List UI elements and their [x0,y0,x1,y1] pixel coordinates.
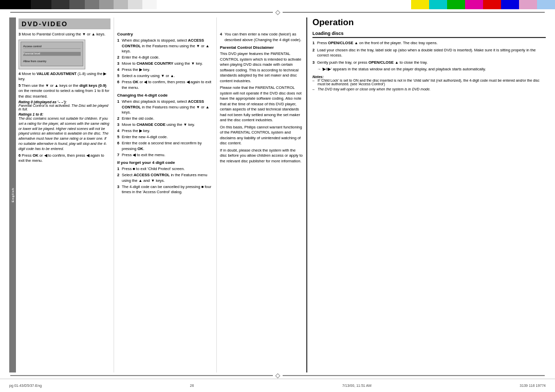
english-label: English [11,188,14,202]
top-decorative-lines [0,9,555,15]
parental-text2: Please note that the PARENTAL CONTROL sy… [220,85,303,123]
column-3: 4 You can then enter a new code (twice!)… [216,17,306,372]
column-1: DVD-VIDEO 3 Move to Parental Control usi… [18,17,114,372]
footer-left: pg 01-43/D5/37-Eng [9,384,42,387]
device-screen: Access control Parental level Allow from… [21,42,83,66]
screen-row-1: Access control [23,45,81,49]
op-item3: 3 Gently push the tray, or press OPEN/CL… [312,60,546,66]
col1-item5: 5 Then use the ▼ or ▲ keys or the digit … [18,83,110,100]
ratings-note: Ratings 1 to 8: The disc contains scenes… [18,113,110,152]
op-arrow-text: → '▶II▶' appears in the status window an… [317,67,546,72]
country-item2: 2 Enter the 4-digit code. [117,55,213,61]
col1-item3-text: 3 Move to Parental Control using the ▼ o… [18,32,105,38]
dvd-header: DVD-VIDEO [18,18,110,29]
forget-item3: 3 The 4-digit code can be cancelled by p… [117,184,213,195]
top-color-bar [0,0,555,9]
forget-item2: 2 Select ACCESS CONTROL in the Features … [117,173,213,183]
change-item3: 3 Move to CHANGE CODE using the ▼ key. [117,122,213,128]
forget-item1: 1 Press ■ to exit 'Child Protect' screen… [117,166,213,172]
main-content: English DVD-VIDEO 3 Move to Parental Con… [0,15,555,372]
op-item1: 1 Press OPEN/CLOSE ▲ on the front of the… [312,41,546,46]
dvd-title: DVD-VIDEO [22,20,107,28]
change-item1: 1 When disc playback is stopped, select … [117,99,213,116]
bottom-decorative-lines [0,372,555,379]
forget-code-heading: If you forget your 4 digit code [117,160,213,165]
footer-right: 3139 116 19774 [520,384,546,387]
note-line-2: – The DVD tray will open or close only w… [312,87,546,91]
column-2: Country 1 When disc playback is stopped,… [114,17,216,372]
parental-text1: This DVD player features the PARENTAL CO… [220,51,303,84]
change-item6: 6 Enter the code a second time and recon… [117,141,213,152]
device-image: Access control Parental level Allow from… [18,40,85,69]
parental-text4: If in doubt, please check the system wit… [220,148,303,164]
op-item2: 2 Load your chosen disc in the tray, lab… [312,48,546,59]
parental-text3: On this basis, Philips cannot warrant fu… [220,125,303,146]
col3-item4: 4 You can then enter a new code (twice!)… [220,32,303,43]
footer-date: 7/13/00, 11:51 AM [342,384,372,387]
page-footer: pg 01-43/D5/37-Eng 26 7/13/00, 11:51 AM … [0,379,555,392]
country-heading: Country [117,32,213,36]
column-4-operation: Operation Loading discs 1 Press OPEN/CLO… [306,17,546,372]
country-item1: 1 When disc playback is stopped, select … [117,38,213,54]
col1-item3: 3 Move to Parental Control using the ▼ o… [18,32,110,38]
screen-row-3: Allow from country [23,59,81,63]
change-item5: 5 Enter the new 4-digit code. [117,135,213,140]
footer-center: 26 [190,384,194,387]
country-item6: 6 Press OK or ◀ to confirm, then press ◀… [117,80,213,90]
operation-title: Operation [312,17,546,28]
col1-item6: 6 Press OK or ◀ to confirm, then press ◀… [18,153,110,164]
change-item2: 2 Enter the old code. [117,116,213,122]
country-item4: 4 Press the ▶ key. [117,67,213,73]
content-columns: DVD-VIDEO 3 Move to Parental Control usi… [18,17,546,372]
change-item4: 4 Press the ▶ key. [117,128,213,134]
parental-disclaimer-heading: Parental Control Disclaimer [220,45,303,50]
changing-code-heading: Changing the 4-digit code [117,93,213,98]
notes-label: Notes: [312,75,324,79]
op-notes: Notes: – If 'Child Lock' is set to ON an… [312,75,546,91]
change-item7: 7 Press ◀ to exit the menu. [117,153,213,158]
col1-item4: 4 Move to VALUE ADJUSTMENT (1-8) using t… [18,71,110,82]
rating0-note: Rating 0 (displayed as '– –'): Parental … [18,100,110,111]
country-item3: 3 Move to CHANGE COUNTRY using the ▼ key… [117,61,213,67]
country-item5: 5 Select a country using ▼ or ▲. [117,73,213,79]
loading-discs-title: Loading discs [312,31,546,38]
note-line-1: – If 'Child Lock' is set to ON and the d… [312,79,546,86]
english-sidebar-tab: English [9,17,16,372]
screen-row-2: Parental level [23,52,81,56]
